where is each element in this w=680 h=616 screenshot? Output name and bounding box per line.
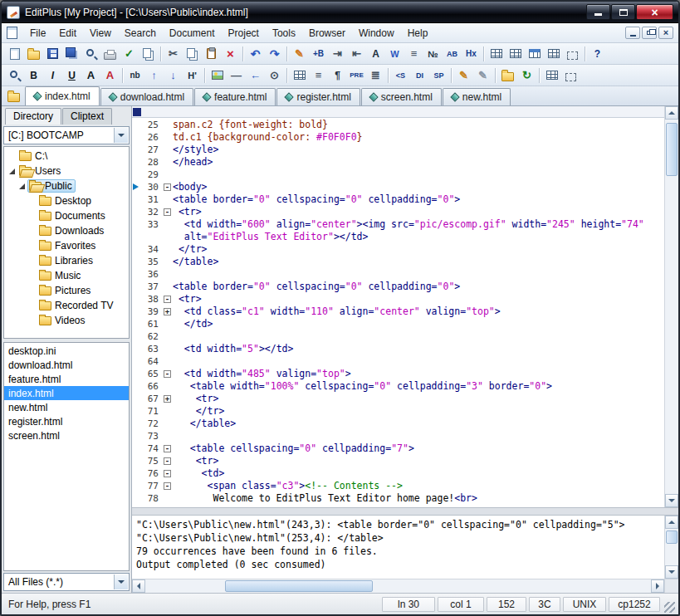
code-line[interactable]: 73 bbox=[132, 430, 664, 442]
expand-arrow-icon[interactable] bbox=[7, 167, 16, 175]
copy-button[interactable] bbox=[183, 45, 202, 63]
menu-project[interactable]: Project bbox=[222, 24, 266, 42]
code-line[interactable]: alt="EditPlus Text Editor"></td> bbox=[132, 231, 664, 243]
code-line[interactable]: 38- <tr> bbox=[132, 293, 664, 306]
tab-new-html[interactable]: new.html bbox=[443, 88, 511, 105]
code-line[interactable]: 36 bbox=[132, 268, 664, 281]
highlight-button[interactable]: ✎ bbox=[290, 45, 309, 63]
fold-collapse-icon[interactable]: - bbox=[164, 183, 171, 191]
output-line[interactable]: 79 occurrences have been found in 6 file… bbox=[136, 545, 660, 558]
line-spacing-button[interactable]: ≡ bbox=[404, 45, 423, 63]
fold-gutter[interactable]: - bbox=[162, 480, 173, 492]
indent-button[interactable]: ⇥ bbox=[328, 45, 347, 63]
code-line[interactable]: 26td.c1 {background-color: #F0F0F0} bbox=[132, 131, 664, 144]
code-line[interactable]: 77- <span class="c3"><!-- Contents --> bbox=[132, 480, 664, 492]
output-line[interactable]: "C:\Users\Public\new.html"(243,3): <tabl… bbox=[136, 518, 660, 531]
horizontal-scrollbar[interactable] bbox=[132, 579, 664, 593]
outdent-button[interactable]: ⇤ bbox=[347, 45, 366, 63]
context-help-button[interactable]: ? bbox=[588, 45, 607, 63]
code-line[interactable]: 74- <table cellspacing="0" cellpadding="… bbox=[132, 442, 664, 455]
quick-edit-button[interactable]: ✎ bbox=[473, 66, 492, 85]
output-line[interactable]: "C:\Users\Public\new.html"(253,4): </tab… bbox=[136, 531, 660, 545]
tree-item-libraries[interactable]: Libraries bbox=[4, 253, 129, 268]
file-item-index-html[interactable]: index.html bbox=[4, 386, 129, 400]
font-face-button[interactable]: A bbox=[81, 66, 100, 85]
fold-gutter[interactable]: - bbox=[162, 206, 173, 218]
file-item-feature-html[interactable]: feature.html bbox=[4, 372, 129, 386]
save-button[interactable] bbox=[43, 45, 62, 63]
code-line[interactable]: 33 <td width="600" align="center"><img s… bbox=[132, 218, 664, 231]
tree-item-favorites[interactable]: Favorites bbox=[4, 238, 129, 253]
code-line[interactable]: 29 bbox=[132, 169, 664, 181]
code-line[interactable]: 32- <tr> bbox=[132, 206, 664, 218]
fold-gutter[interactable]: - bbox=[162, 467, 173, 480]
code-editor[interactable]: 25span.c2 {font-weight: bold}26td.c1 {ba… bbox=[132, 118, 664, 507]
code-line[interactable]: 25span.c2 {font-weight: bold} bbox=[132, 119, 664, 131]
split-cells-button[interactable] bbox=[506, 45, 525, 63]
code-line[interactable]: 39+ <td class="c1" width="110" align="ce… bbox=[132, 306, 664, 318]
bold-button[interactable]: B bbox=[24, 66, 43, 85]
menu-view[interactable]: View bbox=[83, 24, 118, 42]
tab-cliptext[interactable]: Cliptext bbox=[62, 108, 112, 125]
resize-grip[interactable] bbox=[664, 602, 675, 613]
non-breaking-space-button[interactable]: nb bbox=[125, 66, 144, 85]
code-line[interactable]: 31<table border="0" cellspacing="0" cell… bbox=[132, 193, 664, 206]
menu-document[interactable]: Document bbox=[163, 24, 222, 42]
split-window-button[interactable] bbox=[542, 66, 561, 85]
file-item-download-html[interactable]: download.html bbox=[4, 358, 129, 372]
list-button[interactable]: ≣ bbox=[366, 66, 385, 85]
file-compare-button[interactable] bbox=[139, 45, 158, 63]
code-line[interactable]: 64 bbox=[132, 355, 664, 368]
titlebar[interactable]: EditPlus [My Project] - [C:\Users\Public… bbox=[2, 2, 678, 23]
maximize-button[interactable] bbox=[611, 4, 635, 20]
code-line[interactable]: 63 <td width="5"></td> bbox=[132, 343, 664, 355]
code-line[interactable]: 35</table> bbox=[132, 256, 664, 268]
minimize-button[interactable] bbox=[586, 4, 610, 20]
file-item-register-html[interactable]: register.html bbox=[4, 414, 129, 428]
file-item-desktop-ini[interactable]: desktop.ini bbox=[4, 344, 129, 358]
code-line[interactable]: 27</style> bbox=[132, 144, 664, 156]
scroll-down-button[interactable] bbox=[665, 494, 678, 507]
frame-view-button[interactable] bbox=[561, 66, 580, 85]
expand-arrow-icon[interactable] bbox=[17, 182, 26, 190]
output-window[interactable]: "C:\Users\Public\new.html"(243,3): <tabl… bbox=[132, 516, 664, 579]
insert-image-button[interactable] bbox=[208, 66, 227, 85]
fold-gutter[interactable]: - bbox=[162, 181, 173, 193]
code-line[interactable]: 72 </table> bbox=[132, 418, 664, 430]
subscript-button[interactable]: ↓ bbox=[164, 66, 183, 85]
line-break-button[interactable]: ← bbox=[246, 66, 265, 85]
tree-item-recorded-tv[interactable]: Recorded TV bbox=[4, 298, 129, 313]
menu-edit[interactable]: Edit bbox=[52, 24, 83, 42]
filter-dropdown-button[interactable] bbox=[114, 574, 128, 589]
drive-dropdown-button[interactable] bbox=[114, 128, 128, 143]
tree-item-pictures[interactable]: Pictures bbox=[4, 283, 129, 298]
print-preview-button[interactable] bbox=[81, 45, 100, 63]
tree-item-documents[interactable]: Documents bbox=[4, 208, 129, 223]
tag-span-button[interactable]: SP bbox=[429, 66, 448, 85]
delete-button[interactable]: × bbox=[221, 45, 240, 63]
file-item-screen-html[interactable]: screen.html bbox=[4, 428, 129, 442]
fold-collapse-icon[interactable]: - bbox=[164, 208, 171, 216]
insert-table-button[interactable] bbox=[487, 45, 506, 63]
save-all-button[interactable] bbox=[62, 45, 81, 63]
scrollbar-thumb[interactable] bbox=[225, 580, 373, 592]
new-document-button[interactable] bbox=[5, 45, 24, 63]
fold-expand-icon[interactable]: + bbox=[164, 308, 171, 315]
code-line[interactable]: 75- <tr> bbox=[132, 455, 664, 467]
spell-check-button[interactable]: ✓ bbox=[120, 45, 139, 63]
view-in-browser-button[interactable] bbox=[5, 66, 24, 85]
paste-button[interactable] bbox=[202, 45, 221, 63]
tab-feature-html[interactable]: feature.html bbox=[194, 88, 276, 105]
file-item-new-html[interactable]: new.html bbox=[4, 400, 129, 414]
tree-item-c[interactable]: C:\ bbox=[4, 149, 129, 164]
code-line[interactable]: 67+ <tr> bbox=[132, 393, 664, 405]
code-line[interactable]: 30-<body> bbox=[132, 181, 664, 193]
tree-item-downloads[interactable]: Downloads bbox=[4, 223, 129, 238]
mdi-minimize-button[interactable] bbox=[625, 27, 640, 39]
menu-file[interactable]: File bbox=[23, 24, 52, 42]
fold-gutter[interactable]: + bbox=[162, 393, 173, 405]
code-line[interactable]: 28</head> bbox=[132, 156, 664, 169]
tree-item-videos[interactable]: Videos bbox=[4, 313, 129, 328]
fold-gutter[interactable]: - bbox=[162, 442, 173, 455]
fold-expand-icon[interactable]: + bbox=[164, 395, 171, 403]
